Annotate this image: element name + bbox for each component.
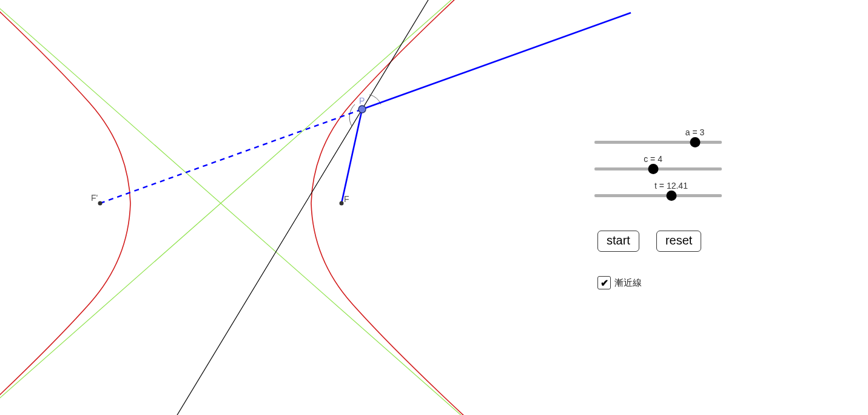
label-f-prime: F' (91, 193, 98, 203)
label-p: P (359, 96, 365, 106)
asymptote-checkbox-row: ✔ 漸近線 (597, 276, 642, 289)
slider-c-label: c = 4 (644, 154, 662, 164)
slider-t-handle[interactable] (666, 191, 676, 201)
label-f: F (344, 194, 349, 204)
asymptote-line-1 (0, 0, 728, 415)
line-p-f (341, 109, 362, 203)
hyperbola-left (0, 0, 130, 415)
point-f[interactable] (340, 201, 344, 206)
button-row: start reset (597, 231, 701, 252)
hyperbola-right (311, 0, 546, 415)
slider-c-handle[interactable] (648, 164, 658, 174)
line-fprime-p-dashed (100, 109, 362, 203)
point-p[interactable] (358, 106, 366, 113)
tangent-line (142, 0, 491, 415)
slider-a-label: a = 3 (685, 127, 705, 137)
reset-button[interactable]: reset (656, 231, 701, 252)
slider-panel: a = 3 c = 4 t = 12.41 (594, 127, 734, 208)
point-f-prime[interactable] (98, 201, 103, 206)
slider-a[interactable]: a = 3 (594, 127, 734, 154)
slider-c[interactable]: c = 4 (594, 154, 734, 181)
geometry-canvas[interactable] (0, 0, 868, 415)
start-button[interactable]: start (597, 231, 639, 252)
slider-t[interactable]: t = 12.41 (594, 181, 734, 208)
slider-a-handle[interactable] (690, 137, 700, 147)
slider-t-label: t = 12.41 (654, 181, 688, 191)
line-p-extension (362, 13, 631, 109)
slider-t-track[interactable] (594, 194, 722, 197)
asymptote-checkbox[interactable]: ✔ (597, 276, 611, 289)
asymptote-checkbox-label: 漸近線 (614, 277, 642, 289)
asymptote-line-2 (0, 0, 728, 415)
slider-a-track[interactable] (594, 141, 722, 144)
